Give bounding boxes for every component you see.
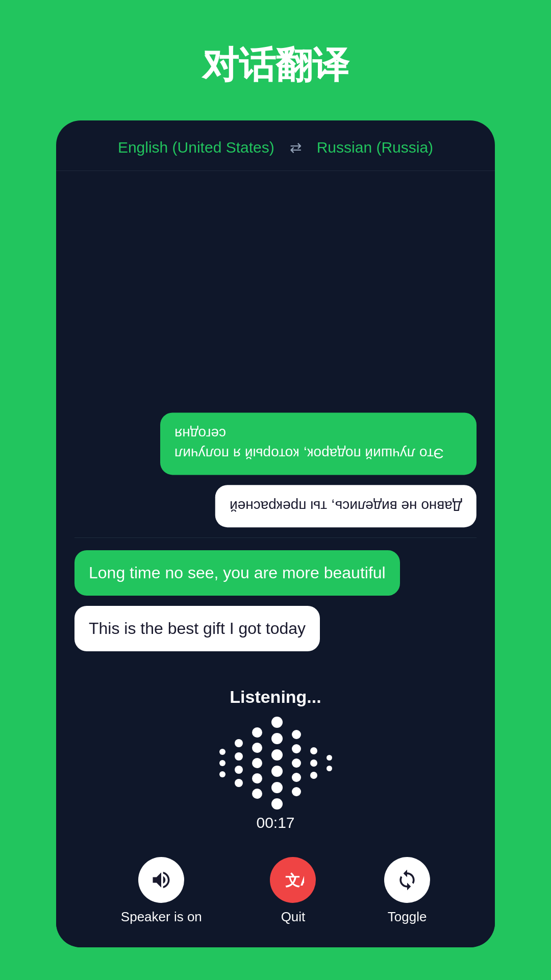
waveform-col-4 (292, 730, 301, 796)
phone-card: English (United States) ⇄ Russian (Russi… (56, 120, 495, 947)
listening-label: Listening... (230, 687, 321, 707)
quit-control[interactable]: 文A Quit (270, 857, 316, 925)
waveform (219, 722, 332, 804)
toggle-icon (396, 869, 418, 891)
quit-label: Quit (281, 909, 306, 925)
upper-chat-section: Это лучший подарок, который я получил се… (74, 181, 477, 538)
language-left[interactable]: English (United States) (118, 139, 274, 156)
waveform-col-0 (219, 749, 226, 777)
lower-chat-section: Long time no see, you are more beautiful… (74, 538, 477, 662)
quit-button[interactable]: 文A (270, 857, 316, 903)
message-bubble-russian-2: Давно не виделись, ты прекрасней (215, 485, 477, 527)
toggle-label: Toggle (388, 909, 427, 925)
swap-icon[interactable]: ⇄ (290, 139, 302, 156)
toggle-button[interactable] (384, 857, 430, 903)
translate-icon: 文A (282, 869, 304, 891)
svg-text:文A: 文A (286, 872, 305, 889)
app-title: 对话翻译 (202, 41, 349, 90)
message-bubble-english-1: Long time no see, you are more beautiful (74, 550, 400, 596)
waveform-col-1 (235, 739, 243, 787)
message-bubble-russian-1: Это лучший подарок, который я получил се… (160, 412, 477, 475)
speaker-icon (150, 869, 172, 891)
speaker-label: Speaker is on (121, 909, 202, 925)
speaker-button[interactable] (138, 857, 184, 903)
toggle-control[interactable]: Toggle (384, 857, 430, 925)
listening-section: Listening... (56, 672, 495, 847)
waveform-col-3 (271, 717, 283, 810)
message-bubble-english-2: This is the best gift I got today (74, 606, 320, 651)
waveform-col-5 (310, 747, 317, 779)
speaker-control[interactable]: Speaker is on (121, 857, 202, 925)
language-bar: English (United States) ⇄ Russian (Russi… (56, 120, 495, 171)
waveform-col-2 (252, 727, 262, 799)
chat-area: Это лучший подарок, который я получил се… (56, 171, 495, 672)
language-right[interactable]: Russian (Russia) (317, 139, 433, 156)
waveform-col-6 (327, 755, 332, 771)
bottom-controls: Speaker is on 文A Quit Toggle (56, 847, 495, 947)
timer-text: 00:17 (256, 814, 294, 831)
